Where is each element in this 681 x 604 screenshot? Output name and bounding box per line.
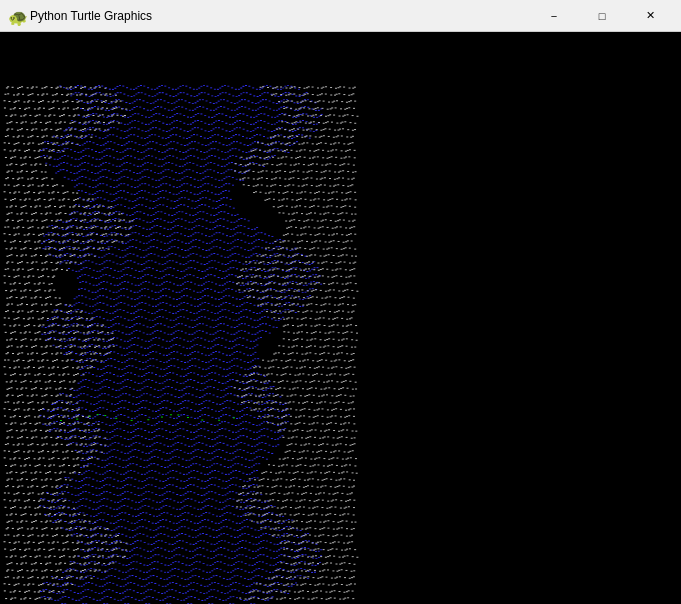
drawing-canvas	[0, 32, 681, 604]
maximize-button[interactable]: □	[579, 0, 625, 32]
window-controls: − □ ✕	[531, 0, 673, 32]
app-icon: 🐢	[8, 8, 24, 24]
close-button[interactable]: ✕	[627, 0, 673, 32]
turtle-graphics-canvas	[0, 32, 681, 604]
title-bar: 🐢 Python Turtle Graphics − □ ✕	[0, 0, 681, 32]
title-bar-left: 🐢 Python Turtle Graphics	[8, 8, 152, 24]
minimize-button[interactable]: −	[531, 0, 577, 32]
window-title: Python Turtle Graphics	[30, 9, 152, 23]
